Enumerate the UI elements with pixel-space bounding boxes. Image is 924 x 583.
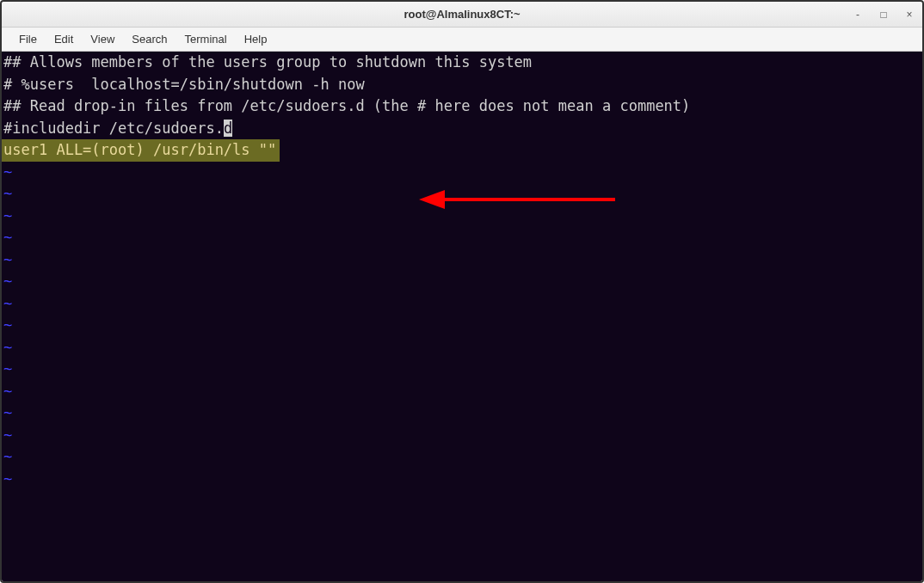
window-title: root@Almalinux8CT:~	[403, 8, 520, 21]
vim-tilde: ~	[2, 206, 922, 228]
terminal-line-7-wrap: user1 ALL=(root) /usr/bin/ls ""	[2, 139, 922, 162]
terminal-line-5-pre: #includedir /etc/sudoers.	[3, 120, 224, 137]
vim-tilde: ~	[2, 337, 922, 359]
maximize-button[interactable]: □	[878, 9, 890, 21]
window-titlebar: root@Almalinux8CT:~ - □ ×	[2, 2, 922, 28]
terminal-line-4: ## Read drop-in files from /etc/sudoers.…	[2, 95, 922, 118]
vim-tilde: ~	[2, 381, 922, 403]
vim-tilde: ~	[2, 162, 922, 184]
vim-tilde: ~	[2, 359, 922, 381]
terminal-area[interactable]: ## Allows members of the users group to …	[2, 52, 922, 581]
vim-tilde: ~	[2, 271, 922, 293]
menu-terminal[interactable]: Terminal	[178, 29, 234, 49]
vim-tilde: ~	[2, 469, 922, 491]
minimize-button[interactable]: -	[852, 9, 864, 21]
vim-tilde: ~	[2, 315, 922, 337]
menu-help[interactable]: Help	[237, 29, 274, 49]
vim-tilde: ~	[2, 183, 922, 206]
menu-edit[interactable]: Edit	[47, 29, 80, 49]
terminal-line-2: # %users localhost=/sbin/shutdown -h now	[2, 74, 922, 96]
menubar: File Edit View Search Terminal Help	[2, 28, 922, 52]
close-button[interactable]: ×	[903, 9, 915, 21]
terminal-line-1: ## Allows members of the users group to …	[2, 52, 922, 74]
highlighted-sudoers-line: user1 ALL=(root) /usr/bin/ls ""	[2, 139, 280, 162]
window-controls: - □ ×	[852, 9, 915, 21]
vim-tilde: ~	[2, 293, 922, 316]
vim-tilde: ~	[2, 425, 922, 447]
menu-search[interactable]: Search	[125, 29, 174, 49]
menu-view[interactable]: View	[83, 29, 121, 49]
terminal-line-5: #includedir /etc/sudoers.d	[2, 118, 922, 140]
vim-tilde: ~	[2, 227, 922, 249]
terminal-cursor: d	[224, 120, 232, 137]
menu-file[interactable]: File	[12, 29, 44, 49]
vim-tilde: ~	[2, 249, 922, 272]
vim-tilde: ~	[2, 446, 922, 469]
vim-tilde: ~	[2, 402, 922, 425]
